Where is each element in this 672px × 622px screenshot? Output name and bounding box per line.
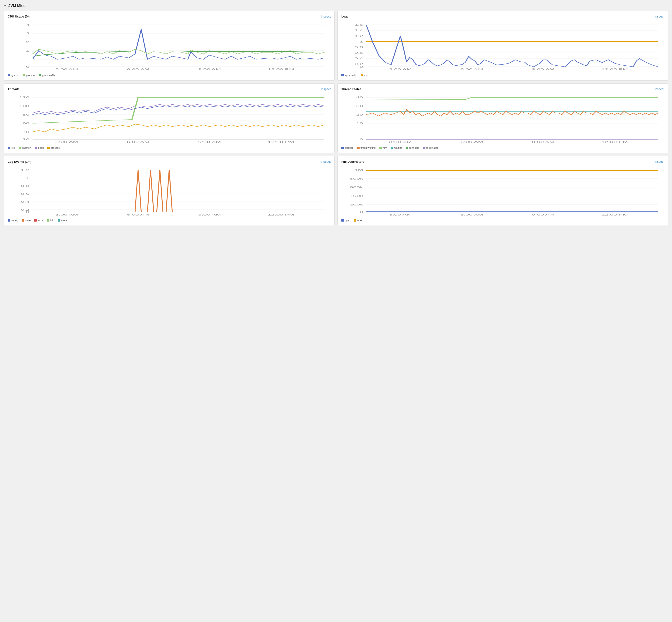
svg-text:1.6: 1.6 [354,24,363,26]
svg-text:12:00 PM: 12:00 PM [268,141,294,143]
svg-text:1.2: 1.2 [21,169,29,171]
cpu-usage-card: CPU Usage (%) Inspect 4 3 2 1 0 3:00 AM [4,11,335,80]
thread-states-inspect[interactable]: Inspect [655,87,664,91]
svg-text:1M: 1M [354,169,363,171]
cpu-usage-inspect[interactable]: Inspect [321,15,331,18]
file-descriptors-card: File Descriptors Inspect 1M 800k 600k 40… [337,156,668,226]
threads-inspect[interactable]: Inspect [321,87,331,91]
svg-text:9:00 AM: 9:00 AM [532,141,555,143]
cpu-usage-title: CPU Usage (%) [8,15,30,18]
svg-text:1: 1 [360,40,363,43]
svg-text:0.4: 0.4 [354,57,363,60]
svg-text:80: 80 [23,113,30,116]
thread-states-title: Thread States [341,87,362,91]
svg-text:6:00 AM: 6:00 AM [127,141,150,143]
cpu-usage-legend: system process process-1h [8,74,331,77]
svg-text:0: 0 [360,138,363,141]
svg-text:6:00 AM: 6:00 AM [460,141,483,143]
section-header: ▼ JVM Misc [4,4,668,8]
log-events-inspect[interactable]: Inspect [321,160,331,164]
svg-text:9:00 AM: 9:00 AM [532,68,555,71]
svg-text:0.2: 0.2 [354,63,363,65]
svg-text:0.6: 0.6 [21,193,29,195]
svg-text:40: 40 [23,131,30,133]
thread-states-legend: blocked timed-waiting new waiting runnab… [341,146,664,149]
svg-text:200k: 200k [349,203,363,206]
svg-text:10: 10 [356,122,363,125]
log-events-title: Log Events (1m) [8,160,31,164]
threads-card: Threads Inspect 120 100 80 60 40 20 3:00… [4,83,335,153]
cpu-usage-chart: 4 3 2 1 0 3:00 AM 6:00 AM 9:00 AM 12:00 … [8,20,331,71]
svg-text:0.4: 0.4 [21,201,29,203]
file-descriptors-chart: 1M 800k 600k 400k 200k 0 3:00 AM 6:00 AM… [341,165,664,217]
svg-text:12:00 PM: 12:00 PM [268,213,294,216]
svg-text:0: 0 [360,211,363,213]
svg-text:6:00 AM: 6:00 AM [127,213,150,216]
file-descriptors-legend: open max [341,219,664,222]
svg-text:6:00 AM: 6:00 AM [127,68,150,71]
svg-text:2: 2 [26,41,29,43]
svg-text:60: 60 [23,122,30,125]
svg-text:4: 4 [26,24,29,26]
thread-states-chart: 40 30 20 10 0 3:00 AM 6:00 AM 9:00 AM 12… [341,93,664,144]
svg-text:3:00 AM: 3:00 AM [55,213,78,216]
svg-text:9:00 AM: 9:00 AM [198,68,221,71]
log-events-legend: debug warn error info trace [8,219,331,222]
svg-text:120: 120 [19,96,29,99]
svg-text:40: 40 [356,96,363,99]
svg-text:3:00 AM: 3:00 AM [389,68,412,71]
svg-text:1.2: 1.2 [354,35,363,37]
load-card: Load Inspect 1.6 1.4 1.2 1 0.8 0.6 0.4 [337,11,668,80]
file-descriptors-inspect[interactable]: Inspect [655,160,664,164]
svg-text:0: 0 [360,66,363,68]
svg-text:9:00 AM: 9:00 AM [198,213,221,216]
svg-text:0: 0 [26,66,29,68]
svg-text:6:00 AM: 6:00 AM [460,68,483,71]
svg-text:12:00 PM: 12:00 PM [268,68,294,71]
svg-text:3:00 AM: 3:00 AM [389,141,412,143]
svg-text:12:00 PM: 12:00 PM [601,213,628,216]
svg-text:400k: 400k [349,195,363,197]
svg-text:12:00 PM: 12:00 PM [601,68,628,71]
svg-text:3:00 AM: 3:00 AM [55,68,78,71]
svg-text:20: 20 [356,113,363,116]
svg-text:3: 3 [26,32,29,35]
file-descriptors-title: File Descriptors [341,160,364,164]
svg-text:1.4: 1.4 [354,29,363,32]
thread-states-card: Thread States Inspect 40 30 20 10 0 3:00… [337,83,668,153]
svg-text:12:00 PM: 12:00 PM [601,141,628,143]
svg-text:0.8: 0.8 [21,185,29,187]
svg-text:1: 1 [26,49,29,52]
threads-chart: 120 100 80 60 40 20 3:00 AM 6:00 AM 9:00… [8,93,331,144]
load-chart: 1.6 1.4 1.2 1 0.8 0.6 0.4 0.2 0 3:00 AM … [341,20,664,71]
svg-text:3:00 AM: 3:00 AM [389,213,412,216]
svg-text:800k: 800k [349,177,363,180]
log-events-card: Log Events (1m) Inspect 1.2 1 0.8 0.6 0.… [4,156,335,226]
log-events-chart: 1.2 1 0.8 0.6 0.4 0.2 0 3:00 AM 6:00 AM … [8,165,331,217]
svg-text:20: 20 [23,138,30,141]
svg-text:30: 30 [356,105,363,107]
section-title: JVM Misc [8,4,26,8]
svg-text:6:00 AM: 6:00 AM [460,213,483,216]
svg-text:0: 0 [26,211,29,213]
svg-text:0.8: 0.8 [354,46,363,48]
load-legend: system-1m cpu [341,74,664,77]
charts-grid: CPU Usage (%) Inspect 4 3 2 1 0 3:00 AM [4,11,668,226]
load-inspect[interactable]: Inspect [655,15,664,18]
chevron-icon[interactable]: ▼ [4,4,6,7]
svg-text:9:00 AM: 9:00 AM [532,213,555,216]
svg-text:1: 1 [26,177,29,179]
svg-text:9:00 AM: 9:00 AM [198,141,221,143]
svg-text:600k: 600k [349,186,363,189]
svg-text:3:00 AM: 3:00 AM [55,141,78,143]
threads-title: Threads [8,87,20,91]
load-title: Load [341,15,348,18]
svg-text:0.6: 0.6 [354,51,363,54]
svg-text:100: 100 [19,105,29,107]
threads-legend: live daemon peak process [8,146,331,149]
